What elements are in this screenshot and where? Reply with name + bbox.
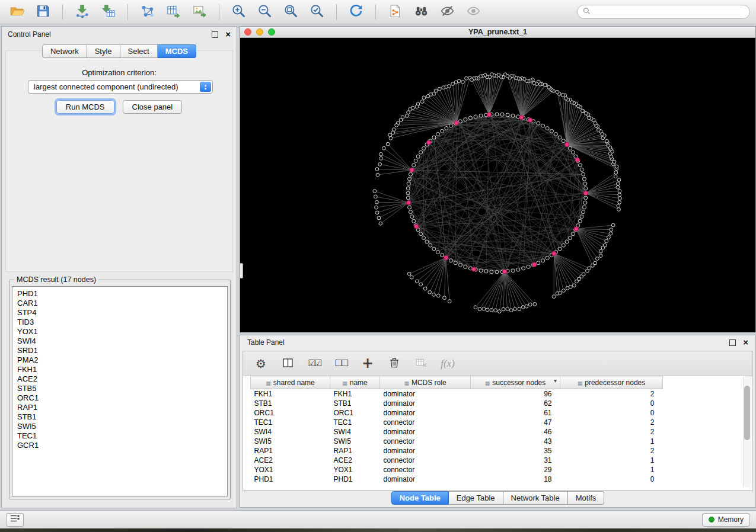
cell-mcds-role[interactable]: dominator	[380, 446, 471, 456]
table-row[interactable]: PHD1PHD1dominator180	[251, 475, 744, 484]
cell-shared-name[interactable]: STB1	[251, 399, 330, 408]
cell-shared-name[interactable]: SWI5	[251, 437, 330, 446]
mcds-result-item[interactable]: GCR1	[12, 441, 227, 450]
mcds-result-item[interactable]: FKH1	[12, 365, 227, 374]
cell-shared-name[interactable]: TEC1	[251, 418, 330, 427]
memory-button[interactable]: Memory	[702, 513, 750, 527]
cell-predecessor-nodes[interactable]: 0	[560, 399, 663, 408]
tab-style[interactable]: Style	[87, 44, 120, 58]
refresh-network-button[interactable]	[345, 2, 367, 22]
new-network-button[interactable]	[136, 2, 158, 22]
column-header-name[interactable]: ▦name	[330, 376, 380, 389]
show-details-button[interactable]	[462, 2, 484, 22]
tab-motifs[interactable]: Motifs	[568, 491, 605, 505]
save-session-button[interactable]	[32, 2, 54, 22]
scrollbar-thumb[interactable]	[744, 386, 750, 440]
mcds-result-item[interactable]: STB5	[12, 384, 227, 393]
mcds-result-item[interactable]: CAR1	[12, 299, 227, 308]
column-header-shared-name[interactable]: ▦shared name	[251, 376, 330, 389]
cell-predecessor-nodes[interactable]: 1	[560, 465, 663, 475]
column-header-predecessor-nodes[interactable]: ▦predecessor nodes	[560, 376, 663, 389]
column-header-mcds-role[interactable]: ▦MCDS role	[380, 376, 471, 389]
mcds-result-item[interactable]: ORC1	[12, 393, 227, 403]
cell-name[interactable]: FKH1	[330, 389, 380, 399]
cell-mcds-role[interactable]: dominator	[380, 389, 471, 399]
float-table-panel-icon[interactable]	[729, 339, 736, 346]
cell-predecessor-nodes[interactable]: 2	[560, 446, 663, 456]
export-table-button[interactable]	[162, 2, 184, 22]
mcds-result-item[interactable]: STB1	[12, 412, 227, 422]
cell-predecessor-nodes[interactable]: 0	[560, 408, 663, 418]
cell-successor-nodes[interactable]: 29	[471, 465, 560, 475]
table-row[interactable]: ACE2ACE2connector311	[251, 456, 744, 465]
cell-name[interactable]: RAP1	[330, 446, 380, 456]
splitter-handle[interactable]	[240, 263, 243, 278]
table-settings-button[interactable]: ⚙	[253, 354, 269, 373]
cell-predecessor-nodes[interactable]: 2	[560, 389, 663, 399]
cell-shared-name[interactable]: ACE2	[251, 456, 330, 465]
share-document-button[interactable]	[384, 2, 406, 22]
table-row[interactable]: RAP1RAP1dominator352	[251, 446, 744, 456]
cell-mcds-role[interactable]: connector	[380, 437, 471, 446]
cell-predecessor-nodes[interactable]: 1	[560, 437, 663, 446]
cell-name[interactable]: TEC1	[330, 418, 380, 427]
mcds-result-item[interactable]: STP4	[12, 308, 227, 318]
cell-mcds-role[interactable]: dominator	[380, 427, 471, 437]
cell-successor-nodes[interactable]: 43	[471, 437, 560, 446]
cell-name[interactable]: ORC1	[330, 408, 380, 418]
mcds-result-item[interactable]: SWI4	[12, 336, 227, 346]
cell-shared-name[interactable]: SWI4	[251, 427, 330, 437]
export-image-button[interactable]	[189, 2, 210, 22]
cell-shared-name[interactable]: YOX1	[251, 465, 330, 475]
hide-details-button[interactable]	[436, 2, 458, 22]
cell-mcds-role[interactable]: connector	[380, 418, 471, 427]
search-input[interactable]	[594, 7, 744, 17]
cell-predecessor-nodes[interactable]: 2	[560, 427, 663, 437]
cell-mcds-role[interactable]: connector	[380, 465, 471, 475]
open-file-button[interactable]	[6, 2, 28, 22]
delete-column-button[interactable]	[386, 354, 403, 373]
cell-name[interactable]: PHD1	[330, 475, 380, 484]
mcds-result-item[interactable]: TID3	[12, 318, 227, 327]
tab-select[interactable]: Select	[120, 44, 158, 58]
mcds-result-item[interactable]: PHD1	[12, 289, 227, 299]
zoom-out-button[interactable]	[254, 2, 276, 22]
cell-name[interactable]: SWI5	[330, 437, 380, 446]
cell-predecessor-nodes[interactable]: 2	[560, 418, 663, 427]
minimize-window-icon[interactable]	[256, 28, 263, 36]
cell-shared-name[interactable]: ORC1	[251, 408, 330, 418]
column-header-successor-nodes[interactable]: ▦successor nodes▾	[471, 376, 560, 389]
search-box[interactable]	[577, 5, 750, 19]
cell-name[interactable]: STB1	[330, 399, 380, 408]
mcds-result-item[interactable]: PMA2	[12, 355, 227, 365]
table-scrollbar[interactable]	[743, 376, 751, 488]
table-row[interactable]: TEC1TEC1connector472	[251, 418, 744, 427]
cell-predecessor-nodes[interactable]: 0	[560, 475, 663, 484]
table-row[interactable]: STB1STB1dominator620	[251, 399, 744, 408]
table-row[interactable]: FKH1FKH1dominator962	[251, 389, 744, 399]
cell-shared-name[interactable]: PHD1	[251, 475, 330, 484]
cell-name[interactable]: ACE2	[330, 456, 380, 465]
show-columns-button[interactable]	[279, 354, 296, 373]
cell-successor-nodes[interactable]: 18	[471, 475, 560, 484]
tab-node-table[interactable]: Node Table	[391, 491, 449, 505]
cell-shared-name[interactable]: RAP1	[251, 446, 330, 456]
cell-mcds-role[interactable]: dominator	[380, 475, 471, 484]
mcds-result-item[interactable]: YOX1	[12, 327, 227, 336]
add-column-button[interactable]: +	[359, 354, 376, 373]
tab-network[interactable]: Network	[42, 44, 87, 58]
zoom-selected-button[interactable]	[306, 2, 328, 22]
zoom-in-button[interactable]	[228, 2, 250, 22]
cell-successor-nodes[interactable]: 46	[471, 427, 560, 437]
close-panel-icon[interactable]: ×	[225, 31, 231, 38]
optimization-select[interactable]: largest connected component (undirected)…	[28, 80, 213, 94]
cell-successor-nodes[interactable]: 47	[471, 418, 560, 427]
cell-name[interactable]: SWI4	[330, 427, 380, 437]
cell-mcds-role[interactable]: connector	[380, 456, 471, 465]
cell-successor-nodes[interactable]: 35	[471, 446, 560, 456]
mcds-result-item[interactable]: SRD1	[12, 346, 227, 355]
import-network-button[interactable]	[71, 2, 93, 22]
mcds-result-item[interactable]: ACE2	[12, 374, 227, 384]
close-window-icon[interactable]	[244, 28, 251, 36]
cell-predecessor-nodes[interactable]: 1	[560, 456, 663, 465]
